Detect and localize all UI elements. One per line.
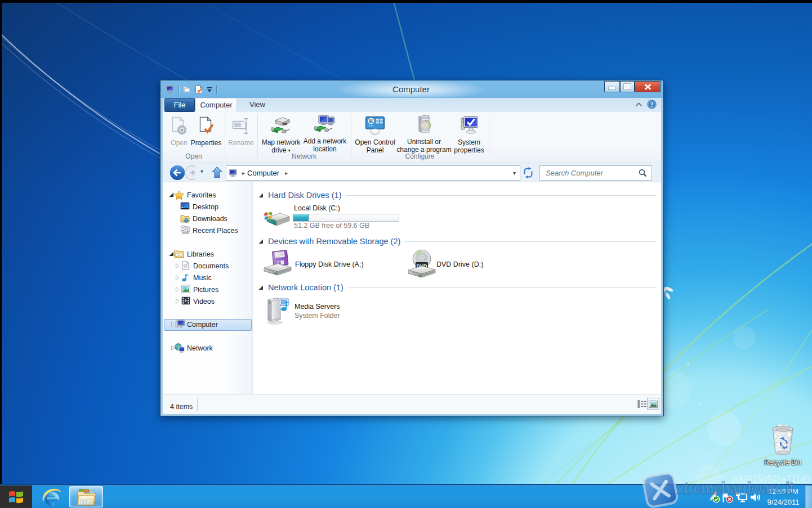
svg-text:?: ?: [650, 101, 654, 108]
